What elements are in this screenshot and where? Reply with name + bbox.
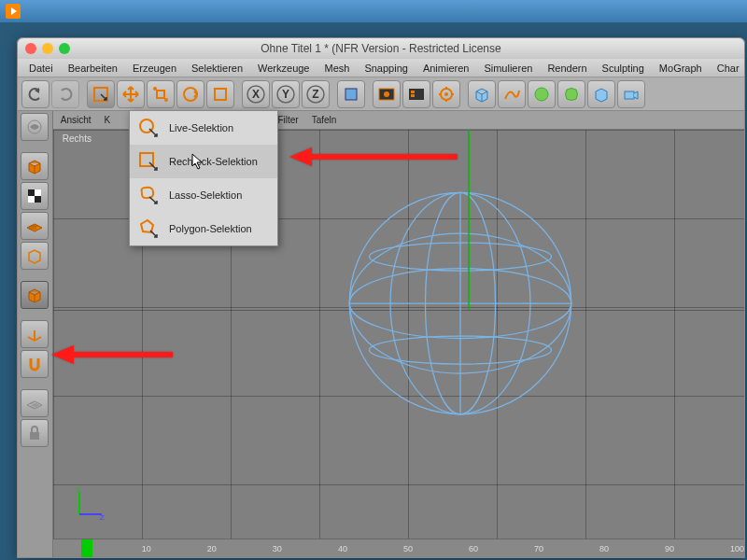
popup-label: Rechteck-Selektion (169, 156, 258, 167)
left-toolbar (18, 111, 53, 557)
popup-label: Polygon-Selektion (169, 223, 252, 234)
move-tool[interactable] (117, 80, 145, 108)
y-axis-line (468, 130, 470, 310)
minimize-icon[interactable] (42, 43, 53, 54)
menu-werkzeuge[interactable]: Werkzeuge (250, 61, 317, 76)
svg-text:Y: Y (282, 88, 289, 101)
svg-rect-17 (411, 94, 415, 97)
rect-select-icon (137, 150, 160, 173)
axis-y-button[interactable]: Y (272, 80, 300, 108)
annotation-arrow-top (289, 146, 458, 172)
cursor-icon (191, 153, 206, 173)
tl-50: 50 (403, 544, 413, 553)
tl-60: 60 (469, 544, 478, 553)
svg-point-14 (384, 91, 389, 97)
vp-tab-ansicht[interactable]: Ansicht (61, 115, 92, 125)
undo-button[interactable] (21, 80, 49, 108)
tl-20: 20 (207, 544, 217, 553)
svg-rect-21 (625, 91, 634, 99)
main-toolbar: X Y Z (18, 77, 744, 111)
menu-simulieren[interactable]: Simulieren (476, 61, 540, 76)
svg-rect-12 (345, 89, 357, 100)
spline-button[interactable] (498, 80, 526, 108)
traffic-lights[interactable] (25, 43, 70, 54)
render-settings-button[interactable] (432, 80, 460, 108)
axis-mode-button[interactable] (21, 320, 49, 348)
tl-30: 30 (273, 544, 282, 553)
model-mode-button[interactable] (21, 152, 49, 180)
primitive-cube-button[interactable] (468, 80, 496, 108)
window-title: Ohne Titel 1 * (NFR Version - Restricted… (18, 42, 744, 55)
vp-tab-filter[interactable]: Filter (277, 115, 298, 125)
edge-mode-button[interactable] (21, 242, 49, 270)
tl-10: 10 (142, 544, 151, 553)
menu-animieren[interactable]: Animieren (416, 61, 477, 76)
svg-text:Z: Z (100, 513, 105, 522)
lock-button[interactable] (21, 419, 49, 447)
menu-mograph[interactable]: MoGraph (652, 61, 710, 76)
circle-select-icon (137, 117, 160, 139)
menu-selektieren[interactable]: Selektieren (184, 61, 250, 76)
render-picture-button[interactable] (402, 80, 430, 108)
redo-button[interactable] (51, 80, 79, 108)
tl-40: 40 (338, 544, 347, 553)
popup-live-selektion[interactable]: Live-Selektion (130, 111, 277, 145)
generator-button[interactable] (528, 80, 556, 108)
render-view-button[interactable] (373, 80, 401, 108)
timeline-playhead[interactable] (81, 539, 92, 557)
snap-button[interactable] (21, 350, 49, 378)
camera-button[interactable] (617, 80, 645, 108)
menu-char[interactable]: Char (710, 61, 747, 76)
svg-point-2 (153, 87, 157, 91)
menu-datei[interactable]: Datei (21, 61, 61, 76)
tl-90: 90 (665, 544, 674, 553)
tl-100: 100 (730, 544, 744, 553)
menubar: Datei Bearbeiten Erzeugen Selektieren We… (18, 59, 744, 77)
make-editable-button[interactable] (21, 113, 49, 141)
rotate-tool[interactable] (176, 80, 204, 108)
svg-rect-16 (411, 91, 415, 93)
vp-tab-k[interactable]: K (105, 115, 111, 125)
svg-rect-23 (28, 189, 35, 196)
app-window: Ohne Titel 1 * (NFR Version - Restricted… (17, 37, 745, 558)
vp-tab-tafeln[interactable]: Tafeln (312, 115, 337, 125)
workplane-mode-button[interactable] (21, 212, 49, 240)
svg-text:Y: Y (76, 485, 81, 494)
svg-point-20 (535, 88, 548, 101)
axis-z-button[interactable]: Z (302, 80, 330, 108)
lastused-tool[interactable] (206, 80, 234, 108)
workplane-button[interactable] (21, 389, 49, 417)
popup-label: Live-Selektion (169, 122, 233, 133)
sphere-wireframe[interactable] (344, 187, 577, 420)
popup-polygon-selektion[interactable]: Polygon-Selektion (130, 212, 277, 245)
menu-sculpting[interactable]: Sculpting (595, 61, 652, 76)
menu-erzeugen[interactable]: Erzeugen (125, 61, 184, 76)
texture-mode-button[interactable] (21, 182, 49, 210)
viewport-label: Rechts (57, 132, 97, 146)
play-icon (6, 4, 21, 19)
scale-tool[interactable] (147, 80, 175, 108)
axis-x-button[interactable]: X (242, 80, 270, 108)
polygon-mode-button[interactable] (21, 281, 49, 309)
svg-rect-5 (215, 89, 226, 100)
menu-snapping[interactable]: Snapping (357, 61, 416, 76)
svg-rect-24 (35, 189, 41, 196)
menu-rendern[interactable]: Rendern (540, 61, 594, 76)
environment-button[interactable] (587, 80, 615, 108)
svg-point-4 (184, 88, 197, 101)
svg-rect-1 (157, 91, 164, 98)
close-icon[interactable] (25, 43, 36, 54)
zoom-icon[interactable] (59, 43, 70, 54)
menu-bearbeiten[interactable]: Bearbeiten (61, 61, 125, 76)
tl-70: 70 (534, 544, 543, 553)
poly-select-icon (137, 217, 160, 240)
coord-system-button[interactable] (337, 80, 365, 108)
menu-mesh[interactable]: Mesh (317, 61, 357, 76)
popup-lasso-selektion[interactable]: Lasso-Selektion (130, 178, 277, 212)
lasso-select-icon (137, 184, 160, 206)
deformer-button[interactable] (557, 80, 585, 108)
outer-titlebar (0, 0, 747, 22)
timeline[interactable]: 0 10 20 30 40 50 60 70 80 90 100 (53, 539, 744, 557)
live-select-tool[interactable] (87, 80, 115, 108)
mac-titlebar: Ohne Titel 1 * (NFR Version - Restricted… (18, 38, 744, 59)
